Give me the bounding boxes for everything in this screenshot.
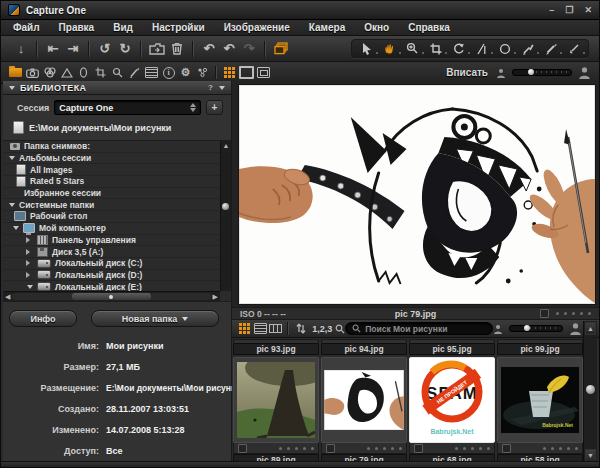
framed-view-icon[interactable] xyxy=(255,65,272,80)
tree-item-all-images[interactable]: All Images xyxy=(3,164,220,176)
scroll-left-icon[interactable]: ◀ xyxy=(5,293,10,300)
scroll-right-icon[interactable]: ▶ xyxy=(213,293,218,300)
loupe-icon[interactable] xyxy=(109,65,126,80)
undo-alt-icon[interactable]: ↶ xyxy=(219,40,239,58)
menu-edit[interactable]: Правка xyxy=(59,22,95,33)
scroll-thumb[interactable] xyxy=(586,385,595,394)
scroll-thumb[interactable] xyxy=(72,293,151,300)
scroll-down-icon[interactable]: ▼ xyxy=(587,452,594,459)
info-icon[interactable]: i xyxy=(160,65,177,80)
select-checkbox[interactable] xyxy=(540,309,549,318)
filter-loupe-icon[interactable] xyxy=(334,321,345,336)
select-checkbox[interactable] xyxy=(414,444,423,453)
menu-image[interactable]: Изображение xyxy=(224,22,290,33)
thumbnail-cell-selected[interactable]: SPAM НЕ ПРОЙДЕТ Babrujsk.Net pic 68.jpg xyxy=(409,357,495,466)
thumbnail-cell[interactable]: pic 99.jpg xyxy=(497,339,583,355)
collapsed-arrow-icon[interactable] xyxy=(26,249,33,255)
tree-item-disk-c[interactable]: Локальный диск (C:) xyxy=(3,258,220,270)
thumbnail-cell[interactable]: pic 79.jpg xyxy=(321,357,407,466)
color-wheels-icon[interactable] xyxy=(41,65,58,80)
camera-icon[interactable] xyxy=(24,65,41,80)
tree-item-session-favorites[interactable]: Избранное сессии xyxy=(3,188,220,200)
list-icon[interactable] xyxy=(143,65,160,80)
main-image[interactable] xyxy=(239,85,595,304)
trash-icon[interactable] xyxy=(167,40,187,58)
collapsed-arrow-icon[interactable] xyxy=(26,272,33,278)
select-checkbox[interactable] xyxy=(238,444,247,453)
minimize-button[interactable]: – xyxy=(549,5,554,15)
tree-item-control-panel[interactable]: Панель управления xyxy=(3,235,220,247)
library-header[interactable]: БИБЛИОТЕКА ? xyxy=(3,81,231,95)
tree-item-rated-5-stars[interactable]: Rated 5 Stars xyxy=(3,176,220,188)
undo-icon[interactable]: ↶ xyxy=(199,40,219,58)
menu-help[interactable]: Справка xyxy=(408,22,450,33)
output-nodes-icon[interactable] xyxy=(194,65,211,80)
scroll-up-icon[interactable]: ▲ xyxy=(587,325,594,332)
expanded-arrow-icon[interactable] xyxy=(13,226,19,233)
rating-dots[interactable] xyxy=(279,447,314,450)
cursor-tool[interactable] xyxy=(359,41,374,56)
viewer-zoom-slider[interactable] xyxy=(512,69,572,76)
move-to-folder-icon[interactable] xyxy=(147,40,167,58)
tree-item-floppy-a[interactable]: Диск 3,5 (А:) xyxy=(3,246,220,258)
brush-icon[interactable] xyxy=(126,65,143,80)
help-icon[interactable]: ? xyxy=(208,83,213,92)
maximize-button[interactable]: ❐ xyxy=(565,5,573,15)
collapsed-arrow-icon[interactable] xyxy=(26,237,33,243)
session-path-row[interactable]: E:\Мои документы\Мои рисунки xyxy=(3,118,231,138)
library-folder-icon[interactable] xyxy=(7,65,24,80)
thumbnail-cell[interactable]: pic 93.jpg xyxy=(233,339,319,355)
export-right-icon[interactable]: ⇥ xyxy=(63,40,83,58)
add-session-button[interactable]: + xyxy=(206,100,223,115)
collapsed-arrow-icon[interactable] xyxy=(26,260,33,266)
export-left-icon[interactable]: ⇤ xyxy=(43,40,63,58)
info-button[interactable]: Инфо xyxy=(9,310,77,327)
thumbnail-cell[interactable]: pic 95.jpg xyxy=(409,339,495,355)
sort-icon[interactable] xyxy=(293,321,308,336)
rotate-ccw-icon[interactable]: ↺ xyxy=(95,40,115,58)
expanded-arrow-icon[interactable] xyxy=(9,156,15,163)
tree-vertical-scrollbar[interactable]: ▲ xyxy=(220,141,231,291)
filmstrip-view-icon[interactable] xyxy=(268,321,283,336)
crop-tool[interactable] xyxy=(428,41,443,56)
tree-item-disk-d[interactable]: Локальный диск (D:) xyxy=(3,270,220,282)
session-spinner-icon[interactable] xyxy=(190,100,196,115)
tree-horizontal-scrollbar[interactable]: ◀ ▶ xyxy=(3,291,220,301)
tree-item-system-folders[interactable]: Системные папки xyxy=(3,199,220,211)
scroll-up-icon[interactable]: ▲ xyxy=(223,142,230,149)
thumbnail-image-dog-drawing[interactable] xyxy=(321,357,407,443)
thumbnail-image-tree-photo[interactable] xyxy=(233,357,319,443)
thumbnail-image-glass-photo[interactable]: Babrujsk.Net xyxy=(497,357,583,443)
copy-adjustments-icon[interactable] xyxy=(271,40,291,58)
tree-item-my-computer[interactable]: Мой компьютер xyxy=(3,223,220,235)
spot-circle-tool[interactable] xyxy=(497,41,512,56)
thumbnail-cell[interactable]: pic 94.jpg xyxy=(321,339,407,355)
rating-dots[interactable] xyxy=(556,312,591,315)
browser-vertical-scrollbar[interactable]: ▲ ▼ xyxy=(583,321,597,463)
pen-tool[interactable] xyxy=(543,41,558,56)
rating-dots[interactable] xyxy=(455,447,490,450)
tree-item-disk-e[interactable]: Локальный диск (E:) xyxy=(3,281,220,291)
sort-order-label[interactable]: 1,2,3 xyxy=(312,324,332,334)
tree-item-capture-folder[interactable]: Папка снимков: xyxy=(3,141,220,153)
list-view-icon[interactable] xyxy=(252,321,267,336)
panel-menu-icon[interactable] xyxy=(219,86,225,93)
redo-icon[interactable]: ↷ xyxy=(239,40,259,58)
scroll-thumb[interactable] xyxy=(222,203,229,210)
rating-dots[interactable] xyxy=(367,447,402,450)
thumbnail-image-spam-sign[interactable]: SPAM НЕ ПРОЙДЕТ Babrujsk.Net xyxy=(409,357,495,443)
thumbnail-size-slider[interactable] xyxy=(509,325,563,332)
expanded-arrow-icon[interactable] xyxy=(9,203,15,210)
menu-view[interactable]: Вид xyxy=(113,22,133,33)
thumbnail-cell[interactable]: Babrujsk.Net pic 58.jpg xyxy=(497,357,583,466)
import-images-icon[interactable]: ↓ xyxy=(11,40,31,58)
select-checkbox[interactable] xyxy=(326,444,335,453)
thumbnail-cell[interactable]: pic 89.jpg xyxy=(233,357,319,466)
gear-icon[interactable]: ⚙ xyxy=(177,65,194,80)
rating-dots[interactable] xyxy=(543,447,578,450)
thumbnails-grid-view-icon[interactable] xyxy=(237,321,252,336)
menu-window[interactable]: Окно xyxy=(364,22,389,33)
apply-arrow-tool[interactable] xyxy=(566,41,581,56)
tree-item-session-albums[interactable]: Альбомы сессии xyxy=(3,153,220,165)
straighten-tool[interactable] xyxy=(474,41,489,56)
